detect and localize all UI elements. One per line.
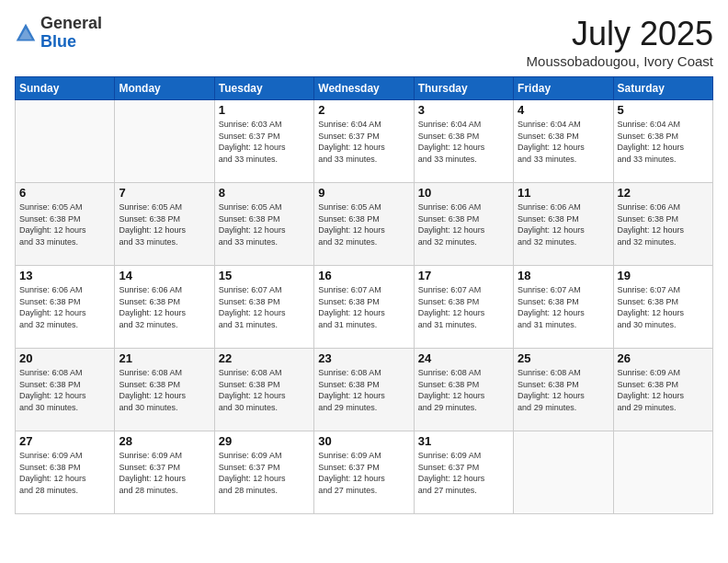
- day-info: Sunrise: 6:08 AMSunset: 6:38 PMDaylight:…: [318, 367, 409, 413]
- calendar-cell: 13Sunrise: 6:06 AMSunset: 6:38 PMDayligh…: [16, 266, 115, 349]
- day-number: 19: [618, 269, 709, 282]
- calendar-cell: 18Sunrise: 6:07 AMSunset: 6:38 PMDayligh…: [514, 266, 613, 349]
- day-info: Sunrise: 6:09 AMSunset: 6:37 PMDaylight:…: [418, 450, 509, 496]
- day-info: Sunrise: 6:08 AMSunset: 6:38 PMDaylight:…: [119, 367, 210, 413]
- month-title: July 2025: [527, 15, 713, 53]
- day-info: Sunrise: 6:09 AMSunset: 6:37 PMDaylight:…: [318, 450, 409, 496]
- calendar-cell: 22Sunrise: 6:08 AMSunset: 6:38 PMDayligh…: [214, 349, 313, 431]
- day-info: Sunrise: 6:07 AMSunset: 6:38 PMDaylight:…: [318, 284, 409, 330]
- day-number: 21: [119, 351, 210, 365]
- day-number: 2: [318, 103, 409, 117]
- calendar-week-row: 13Sunrise: 6:06 AMSunset: 6:38 PMDayligh…: [16, 266, 713, 349]
- day-number: 30: [318, 434, 409, 448]
- day-info: Sunrise: 6:05 AMSunset: 6:38 PMDaylight:…: [219, 201, 310, 247]
- day-number: 12: [618, 186, 709, 200]
- day-number: 14: [119, 269, 210, 282]
- day-number: 17: [418, 269, 509, 282]
- calendar-cell: 1Sunrise: 6:03 AMSunset: 6:37 PMDaylight…: [214, 100, 313, 183]
- day-info: Sunrise: 6:07 AMSunset: 6:38 PMDaylight:…: [418, 284, 509, 330]
- weekday-header-row: SundayMondayTuesdayWednesdayThursdayFrid…: [16, 77, 713, 100]
- logo-text: General Blue: [40, 15, 102, 52]
- calendar-cell: 24Sunrise: 6:08 AMSunset: 6:38 PMDayligh…: [414, 349, 513, 431]
- day-info: Sunrise: 6:09 AMSunset: 6:38 PMDaylight:…: [19, 450, 110, 496]
- day-info: Sunrise: 6:07 AMSunset: 6:38 PMDaylight:…: [518, 284, 609, 330]
- calendar-cell: 31Sunrise: 6:09 AMSunset: 6:37 PMDayligh…: [414, 431, 513, 514]
- calendar-cell: 2Sunrise: 6:04 AMSunset: 6:37 PMDaylight…: [314, 100, 414, 183]
- day-number: 13: [19, 269, 110, 282]
- day-info: Sunrise: 6:04 AMSunset: 6:38 PMDaylight:…: [618, 119, 709, 165]
- day-number: 23: [318, 351, 409, 365]
- day-number: 24: [418, 351, 509, 365]
- day-number: 1: [219, 103, 310, 117]
- day-info: Sunrise: 6:05 AMSunset: 6:38 PMDaylight:…: [318, 201, 409, 247]
- calendar-cell: 10Sunrise: 6:06 AMSunset: 6:38 PMDayligh…: [414, 183, 513, 266]
- calendar-week-row: 6Sunrise: 6:05 AMSunset: 6:38 PMDaylight…: [16, 183, 713, 266]
- day-number: 25: [518, 351, 609, 365]
- calendar-week-row: 27Sunrise: 6:09 AMSunset: 6:38 PMDayligh…: [16, 431, 713, 514]
- calendar-table: SundayMondayTuesdayWednesdayThursdayFrid…: [15, 76, 713, 514]
- day-info: Sunrise: 6:05 AMSunset: 6:38 PMDaylight:…: [19, 201, 110, 247]
- calendar-cell: 12Sunrise: 6:06 AMSunset: 6:38 PMDayligh…: [613, 183, 712, 266]
- calendar-cell: 6Sunrise: 6:05 AMSunset: 6:38 PMDaylight…: [16, 183, 115, 266]
- calendar-cell: 26Sunrise: 6:09 AMSunset: 6:38 PMDayligh…: [613, 349, 712, 431]
- day-number: 9: [318, 186, 409, 200]
- day-info: Sunrise: 6:06 AMSunset: 6:38 PMDaylight:…: [518, 201, 609, 247]
- day-info: Sunrise: 6:08 AMSunset: 6:38 PMDaylight:…: [19, 367, 110, 413]
- day-number: 20: [19, 351, 110, 365]
- day-number: 6: [19, 186, 110, 200]
- day-info: Sunrise: 6:06 AMSunset: 6:38 PMDaylight:…: [418, 201, 509, 247]
- calendar-week-row: 1Sunrise: 6:03 AMSunset: 6:37 PMDaylight…: [16, 100, 713, 183]
- calendar-cell: 4Sunrise: 6:04 AMSunset: 6:38 PMDaylight…: [514, 100, 613, 183]
- calendar-cell: 20Sunrise: 6:08 AMSunset: 6:38 PMDayligh…: [16, 349, 115, 431]
- calendar-cell: 5Sunrise: 6:04 AMSunset: 6:38 PMDaylight…: [613, 100, 712, 183]
- day-info: Sunrise: 6:06 AMSunset: 6:38 PMDaylight:…: [618, 201, 709, 247]
- weekday-header-saturday: Saturday: [613, 77, 712, 100]
- day-number: 11: [518, 186, 609, 200]
- calendar-cell: 28Sunrise: 6:09 AMSunset: 6:37 PMDayligh…: [115, 431, 214, 514]
- calendar-cell: 30Sunrise: 6:09 AMSunset: 6:37 PMDayligh…: [314, 431, 414, 514]
- weekday-header-monday: Monday: [115, 77, 214, 100]
- weekday-header-sunday: Sunday: [16, 77, 115, 100]
- day-info: Sunrise: 6:09 AMSunset: 6:37 PMDaylight:…: [219, 450, 310, 496]
- calendar-week-row: 20Sunrise: 6:08 AMSunset: 6:38 PMDayligh…: [16, 349, 713, 431]
- calendar-cell: 16Sunrise: 6:07 AMSunset: 6:38 PMDayligh…: [314, 266, 414, 349]
- day-info: Sunrise: 6:07 AMSunset: 6:38 PMDaylight:…: [219, 284, 310, 330]
- calendar-cell: 19Sunrise: 6:07 AMSunset: 6:38 PMDayligh…: [613, 266, 712, 349]
- day-number: 7: [119, 186, 210, 200]
- day-info: Sunrise: 6:08 AMSunset: 6:38 PMDaylight:…: [418, 367, 509, 413]
- day-number: 31: [418, 434, 509, 448]
- title-block: July 2025 Moussobadougou, Ivory Coast: [527, 15, 713, 69]
- weekday-header-thursday: Thursday: [414, 77, 513, 100]
- day-info: Sunrise: 6:06 AMSunset: 6:38 PMDaylight:…: [19, 284, 110, 330]
- calendar-cell: 23Sunrise: 6:08 AMSunset: 6:38 PMDayligh…: [314, 349, 414, 431]
- calendar-cell: [613, 431, 712, 514]
- day-info: Sunrise: 6:07 AMSunset: 6:38 PMDaylight:…: [618, 284, 709, 330]
- calendar-cell: 8Sunrise: 6:05 AMSunset: 6:38 PMDaylight…: [214, 183, 313, 266]
- calendar-cell: 25Sunrise: 6:08 AMSunset: 6:38 PMDayligh…: [514, 349, 613, 431]
- day-info: Sunrise: 6:08 AMSunset: 6:38 PMDaylight:…: [518, 367, 609, 413]
- weekday-header-tuesday: Tuesday: [214, 77, 313, 100]
- day-number: 3: [418, 103, 509, 117]
- day-number: 4: [518, 103, 609, 117]
- calendar-cell: 9Sunrise: 6:05 AMSunset: 6:38 PMDaylight…: [314, 183, 414, 266]
- day-info: Sunrise: 6:06 AMSunset: 6:38 PMDaylight:…: [119, 284, 210, 330]
- day-number: 16: [318, 269, 409, 282]
- day-number: 5: [618, 103, 709, 117]
- calendar-cell: [514, 431, 613, 514]
- calendar-cell: [16, 100, 115, 183]
- calendar-cell: 14Sunrise: 6:06 AMSunset: 6:38 PMDayligh…: [115, 266, 214, 349]
- page-header: General Blue July 2025 Moussobadougou, I…: [15, 15, 713, 69]
- logo-icon: [15, 22, 37, 44]
- calendar-cell: 17Sunrise: 6:07 AMSunset: 6:38 PMDayligh…: [414, 266, 513, 349]
- day-info: Sunrise: 6:09 AMSunset: 6:38 PMDaylight:…: [618, 367, 709, 413]
- day-number: 26: [618, 351, 709, 365]
- location: Moussobadougou, Ivory Coast: [527, 53, 713, 69]
- calendar-cell: 11Sunrise: 6:06 AMSunset: 6:38 PMDayligh…: [514, 183, 613, 266]
- calendar-cell: 7Sunrise: 6:05 AMSunset: 6:38 PMDaylight…: [115, 183, 214, 266]
- day-info: Sunrise: 6:05 AMSunset: 6:38 PMDaylight:…: [119, 201, 210, 247]
- day-number: 15: [219, 269, 310, 282]
- calendar-cell: 29Sunrise: 6:09 AMSunset: 6:37 PMDayligh…: [214, 431, 313, 514]
- day-number: 8: [219, 186, 310, 200]
- day-number: 18: [518, 269, 609, 282]
- day-number: 10: [418, 186, 509, 200]
